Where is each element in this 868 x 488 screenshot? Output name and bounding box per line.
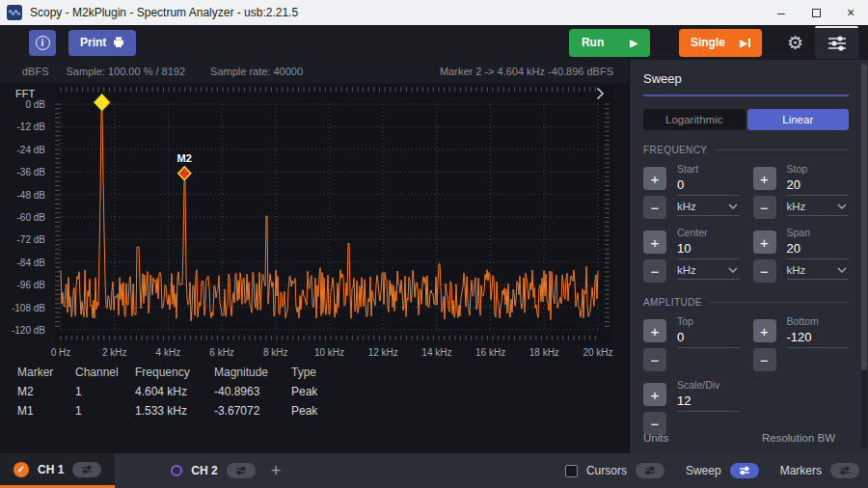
bottom-decrement-button[interactable]: − bbox=[753, 348, 776, 371]
toolbar: i Print Run ▶ Single ▶ ⚙ bbox=[0, 25, 868, 60]
x-tick-label: 10 kHz bbox=[314, 347, 344, 358]
linear-button[interactable]: Linear bbox=[747, 109, 850, 130]
chevron-down-icon bbox=[728, 267, 738, 273]
stop-decrement-button[interactable]: − bbox=[753, 196, 776, 219]
bottom-amplitude-control: + − Bottom -120 bbox=[753, 315, 850, 371]
scale-div-increment-button[interactable]: + bbox=[643, 383, 666, 406]
channel-2-label: CH 2 bbox=[191, 464, 217, 477]
span-label: Span bbox=[787, 227, 850, 238]
center-increment-button[interactable]: + bbox=[643, 230, 666, 254]
footer-toggles: Cursors Sweep Markers bbox=[565, 463, 868, 478]
chevron-down-icon bbox=[837, 267, 847, 273]
center-unit-select[interactable]: kHz bbox=[677, 259, 740, 280]
add-channel-button[interactable]: + bbox=[271, 462, 282, 479]
cursors-label: Cursors bbox=[586, 464, 627, 477]
marker-table-header: Channel bbox=[75, 366, 135, 379]
panel-scrollbar[interactable] bbox=[861, 64, 867, 447]
close-button[interactable]: × bbox=[833, 0, 868, 25]
markers-settings-button[interactable] bbox=[830, 463, 859, 478]
marker-row-cell: M1 bbox=[17, 404, 75, 418]
scale-div-value-input[interactable]: 12 bbox=[677, 391, 740, 412]
channel-2-settings-button[interactable] bbox=[227, 463, 256, 478]
markers-toggle-label: Markers bbox=[780, 464, 822, 477]
span-increment-button[interactable]: + bbox=[753, 230, 776, 254]
sweep-settings-button[interactable] bbox=[730, 463, 759, 478]
cursors-checkbox[interactable] bbox=[565, 465, 578, 477]
run-button[interactable]: Run ▶ bbox=[569, 29, 650, 57]
sliders-icon bbox=[79, 465, 95, 474]
start-value-input[interactable]: 0 bbox=[677, 175, 740, 196]
printer-icon bbox=[113, 37, 124, 48]
center-value-input[interactable]: 10 bbox=[677, 238, 740, 259]
channel-2-disabled-icon[interactable] bbox=[171, 465, 182, 476]
stop-label: Stop bbox=[787, 163, 850, 175]
start-decrement-button[interactable]: − bbox=[643, 196, 666, 219]
maximize-button[interactable] bbox=[799, 0, 833, 25]
marker-table-header: Magnitude bbox=[214, 366, 291, 379]
marker-row-cell: -40.8963 bbox=[214, 385, 291, 398]
logarithmic-button[interactable]: Logarithmic bbox=[643, 109, 746, 130]
channel-1-settings-button[interactable] bbox=[72, 462, 101, 477]
x-tick-label: 16 kHz bbox=[475, 347, 505, 358]
marker-table: Marker Channel Frequency Magnitude Type … bbox=[17, 363, 349, 420]
stop-value-input[interactable]: 20 bbox=[787, 175, 850, 196]
stop-unit-select[interactable]: kHz bbox=[787, 196, 850, 216]
chevron-down-icon bbox=[728, 203, 738, 209]
x-tick-label: 12 kHz bbox=[368, 347, 398, 358]
top-decrement-button[interactable]: − bbox=[643, 348, 666, 371]
marker-table-header: Marker bbox=[17, 366, 75, 379]
single-button-label: Single bbox=[691, 36, 725, 49]
units-section-label: Units bbox=[643, 432, 668, 444]
print-button[interactable]: Print bbox=[68, 30, 136, 56]
sliders-icon bbox=[233, 466, 249, 475]
toolbar-right-group: Run ▶ Single ▶ ⚙ bbox=[569, 26, 858, 59]
amplitude-section-header: AMPLITUDE bbox=[643, 297, 849, 308]
marker-row-cell: 1.533 kHz bbox=[135, 404, 214, 418]
span-value-input[interactable]: 20 bbox=[787, 238, 850, 259]
marker-row-cell: 1 bbox=[75, 404, 135, 418]
sliders-icon bbox=[737, 466, 752, 475]
channel-1-tab[interactable]: ✓ CH 1 bbox=[0, 453, 115, 488]
info-button[interactable]: i bbox=[29, 30, 56, 56]
spectrum-chart-region: dBFS Sample: 100.00 % / 8192 Sample rate… bbox=[0, 60, 629, 453]
info-icon: i bbox=[36, 36, 50, 50]
fft-plot[interactable]: M2 bbox=[55, 85, 614, 343]
menu-toggle-button[interactable] bbox=[815, 26, 858, 59]
y-tick-label: -48 dB bbox=[17, 189, 45, 200]
y-tick-label: -60 dB bbox=[17, 212, 45, 223]
center-decrement-button[interactable]: − bbox=[643, 259, 666, 283]
single-button[interactable]: Single ▶ bbox=[679, 29, 762, 57]
panel-scrollbar-thumb[interactable] bbox=[861, 64, 867, 370]
channel-2-tab[interactable]: CH 2 bbox=[171, 463, 255, 478]
top-increment-button[interactable]: + bbox=[643, 319, 666, 342]
bottom-label: Bottom bbox=[787, 315, 850, 327]
marker-m2-diamond bbox=[178, 167, 191, 180]
start-label: Start bbox=[677, 163, 740, 175]
y-tick-label: -24 dB bbox=[17, 144, 45, 154]
marker-table-header: Frequency bbox=[135, 366, 214, 379]
run-button-label: Run bbox=[582, 36, 604, 49]
start-increment-button[interactable]: + bbox=[643, 167, 666, 190]
start-frequency-control: + − Start 0 kHz bbox=[643, 163, 740, 219]
x-tick-label: 20 kHz bbox=[583, 347, 612, 358]
span-decrement-button[interactable]: − bbox=[753, 259, 776, 283]
channel-1-enabled-icon[interactable]: ✓ bbox=[14, 462, 29, 477]
amplitude-controls: + − Top 0 + − Bottom -120 bbox=[643, 315, 849, 435]
bottom-value-input[interactable]: -120 bbox=[787, 327, 850, 348]
window-controls: – × bbox=[764, 0, 868, 25]
bottom-increment-button[interactable]: + bbox=[753, 319, 776, 342]
y-tick-label: -96 dB bbox=[17, 280, 45, 290]
span-unit-select[interactable]: kHz bbox=[787, 259, 850, 280]
gear-icon[interactable]: ⚙ bbox=[787, 34, 803, 52]
minimize-button[interactable]: – bbox=[764, 0, 799, 25]
scopy-logo-icon bbox=[7, 5, 22, 20]
sweep-panel: Sweep Logarithmic Linear FREQUENCY + − S… bbox=[629, 60, 868, 453]
stop-increment-button[interactable]: + bbox=[753, 167, 776, 190]
y-axis-labels: 0 dB-12 dB-24 dB-36 dB-48 dB-60 dB-72 dB… bbox=[0, 85, 49, 343]
top-value-input[interactable]: 0 bbox=[677, 327, 740, 348]
channel-1-label: CH 1 bbox=[38, 463, 64, 476]
start-unit-select[interactable]: kHz bbox=[677, 196, 740, 216]
x-tick-label: 4 kHz bbox=[156, 347, 181, 358]
cursors-settings-button[interactable] bbox=[636, 463, 665, 478]
collapse-panel-chevron-icon[interactable] bbox=[596, 87, 608, 100]
